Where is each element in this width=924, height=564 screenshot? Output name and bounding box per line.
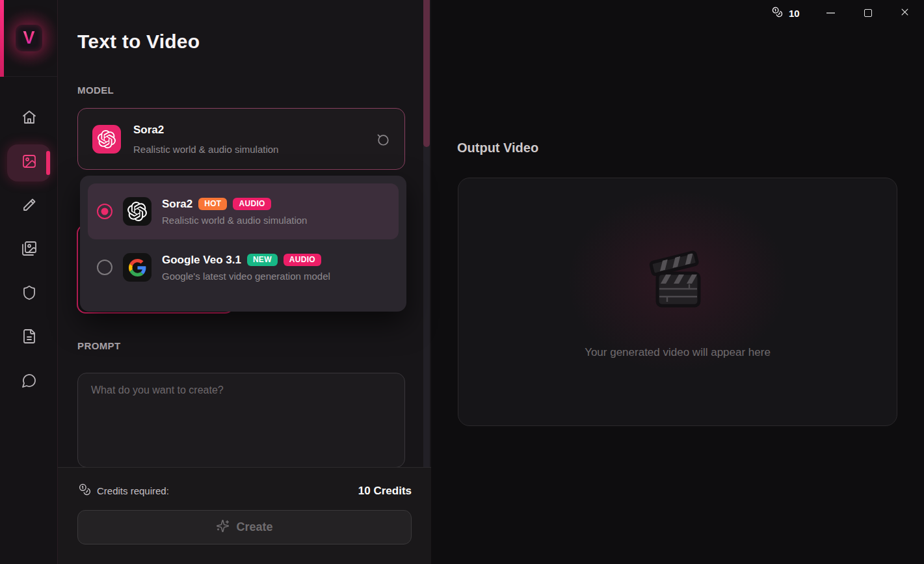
selected-model-description: Realistic world & audio simulation — [133, 144, 278, 155]
sidebar-item-media[interactable] — [0, 147, 58, 178]
home-icon — [21, 109, 37, 128]
pencil-icon — [21, 197, 37, 215]
main-panel: Text to Video MODEL Sora2 Realistic worl… — [58, 0, 431, 564]
create-button[interactable]: Create — [77, 510, 412, 544]
sidebar-item-chat[interactable] — [0, 366, 58, 397]
output-title: Output Video — [457, 141, 538, 155]
close-button[interactable] — [894, 3, 915, 23]
model-dropdown: Sora2 HOT AUDIO Realistic world & audio … — [80, 176, 406, 312]
minimize-button[interactable] — [820, 3, 841, 23]
prompt-input[interactable] — [77, 373, 405, 468]
app-logo-letter: V — [23, 29, 34, 47]
model-option-google-veo[interactable]: Google Veo 3.1 NEW AUDIO Google's latest… — [88, 239, 399, 295]
file-text-icon — [21, 329, 37, 347]
sidebar-item-docs[interactable] — [0, 322, 58, 353]
sidebar: V — [0, 0, 58, 564]
app-logo[interactable]: V — [16, 25, 42, 51]
titlebar-credits[interactable]: 10 — [772, 7, 800, 20]
main-footer: Credits required: 10 Credits Create — [58, 467, 431, 564]
maximize-button[interactable] — [858, 3, 878, 23]
radio-selected-icon[interactable] — [97, 204, 112, 219]
coins-icon — [772, 7, 783, 20]
sidebar-item-home[interactable] — [0, 103, 58, 134]
new-badge: NEW — [247, 254, 278, 266]
credits-required-value: 10 Credits — [358, 485, 412, 498]
sidebar-item-edit[interactable] — [0, 191, 58, 222]
scrollbar-thumb[interactable] — [423, 0, 430, 147]
sidebar-item-gallery[interactable] — [0, 234, 58, 265]
google-logo — [123, 253, 152, 282]
openai-logo — [123, 197, 152, 226]
app-window: V Text to Video MODEL — [0, 0, 924, 564]
chat-icon — [21, 373, 37, 391]
credits-balance: 10 — [789, 8, 800, 19]
image-icon — [21, 154, 37, 172]
loader-icon — [375, 132, 390, 150]
credits-required-label: Credits required: — [97, 485, 169, 496]
audio-badge: AUDIO — [233, 198, 271, 210]
audio-badge: AUDIO — [284, 254, 321, 266]
images-icon — [21, 241, 37, 259]
hot-badge: HOT — [198, 198, 227, 210]
selected-model-name: Sora2 — [133, 124, 164, 137]
sparkles-icon — [216, 519, 230, 536]
option-name: Google Veo 3.1 — [162, 254, 241, 267]
model-select[interactable]: Sora2 Realistic world & audio simulation — [77, 108, 405, 170]
openai-logo — [92, 125, 121, 154]
radio-unselected-icon[interactable] — [97, 260, 112, 275]
create-button-label: Create — [236, 520, 272, 534]
page-title: Text to Video — [77, 31, 200, 53]
accent-strip — [0, 0, 4, 77]
model-section-label: MODEL — [77, 85, 114, 96]
coins-icon — [79, 483, 91, 498]
minimize-icon — [826, 12, 835, 14]
output-panel: 10 Output Video — [431, 0, 924, 564]
model-option-sora2[interactable]: Sora2 HOT AUDIO Realistic world & audio … — [88, 183, 399, 239]
option-description: Realistic world & audio simulation — [162, 215, 307, 226]
prompt-section-label: PROMPT — [77, 340, 121, 351]
maximize-icon — [864, 9, 872, 17]
logo-section: V — [0, 0, 57, 77]
close-icon — [900, 7, 910, 20]
clapperboard-icon — [645, 248, 710, 316]
output-empty-message: Your generated video will appear here — [458, 346, 897, 359]
option-name: Sora2 — [162, 198, 192, 211]
output-video-placeholder: Your generated video will appear here — [458, 178, 897, 426]
option-description: Google's latest video generation model — [162, 271, 330, 282]
sidebar-item-security[interactable] — [0, 278, 58, 310]
shield-icon — [21, 285, 37, 303]
